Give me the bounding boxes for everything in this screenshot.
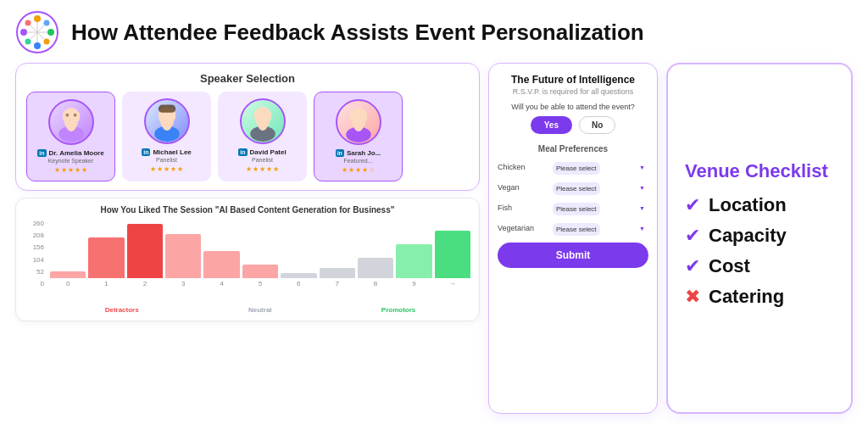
- avatar-3: [240, 98, 286, 144]
- speaker-stars-3: ★★★★★: [246, 165, 280, 173]
- legend-neutral: Neutral: [248, 306, 272, 314]
- speaker-item-2[interactable]: in Michael Lee Panelist ★★★★★: [122, 92, 211, 181]
- speaker-role-2: Panelist: [156, 157, 177, 163]
- svg-point-6: [44, 20, 50, 26]
- svg-point-27: [349, 108, 366, 125]
- bar-group: 4: [203, 251, 239, 287]
- meal-label-vegan: Vegan: [498, 183, 553, 192]
- content-area: Speaker Selection in: [15, 63, 853, 414]
- speaker-stars-1: ★★★★★: [54, 166, 88, 174]
- check-icon-cost: ✔: [685, 257, 700, 276]
- speaker-name-row-2: in Michael Lee: [142, 148, 192, 156]
- rsvp-yes-button[interactable]: Yes: [531, 116, 572, 134]
- bar-group: 2: [127, 224, 163, 287]
- speaker-name-1: Dr. Amelia Moore: [49, 149, 104, 157]
- meal-select-chicken[interactable]: Please select: [553, 162, 600, 175]
- venue-item-capacity: ✔ Capacity: [685, 225, 834, 247]
- legend-detractors: Detractors: [105, 306, 139, 314]
- speaker-name-2: Michael Lee: [153, 148, 191, 156]
- speaker-stars-4: ★★★★☆: [342, 166, 376, 174]
- venue-item-cost: ✔ Cost: [685, 255, 834, 277]
- meal-select-wrap-chicken: Please select: [553, 159, 648, 175]
- meal-label-fish: Fish: [498, 204, 553, 212]
- speaker-name-4: Sarah Jo...: [347, 149, 381, 157]
- speaker-selection-card: Speaker Selection in: [15, 63, 480, 191]
- speaker-role-1: Keynote Speaker: [48, 158, 94, 164]
- bar-group: 9: [396, 244, 431, 287]
- bar-x-label: 4: [220, 280, 223, 287]
- chart-bar: [242, 265, 278, 278]
- venue-card: Venue Checklist ✔ Location ✔ Capacity ✔ …: [666, 63, 853, 414]
- bar-group: 5: [242, 265, 278, 287]
- rsvp-title: The Future of Intelligence: [498, 74, 648, 86]
- speaker-item-4[interactable]: in Sarah Jo... Featured... ★★★★☆: [314, 92, 403, 181]
- bar-x-label: 2: [143, 280, 147, 287]
- meal-select-fish[interactable]: Please select: [553, 203, 600, 215]
- venue-title: Venue Checklist: [685, 160, 834, 182]
- legend-promotors: Promotors: [381, 306, 415, 314]
- venue-label-catering: Catering: [709, 286, 784, 308]
- chart-y-labels: 0 52 104 156 208 260: [25, 220, 47, 287]
- bar-group: 7: [320, 268, 355, 287]
- avatar-2: [144, 98, 190, 144]
- rsvp-question: Will you be able to attend the event?: [498, 103, 648, 111]
- rsvp-buttons: Yes No: [498, 116, 648, 134]
- speaker-item-3[interactable]: in David Patel Panelist ★★★★★: [218, 92, 307, 181]
- bar-x-label: 1: [104, 280, 108, 287]
- speaker-stars-2: ★★★★★: [150, 165, 184, 173]
- svg-point-16: [65, 114, 69, 117]
- venue-item-location: ✔ Location: [685, 194, 834, 216]
- meal-select-wrap-vegetarian: Please select: [553, 220, 648, 236]
- svg-rect-21: [158, 105, 175, 113]
- venue-label-capacity: Capacity: [709, 225, 787, 247]
- chart-bar: [203, 251, 239, 278]
- venue-column: Venue Checklist ✔ Location ✔ Capacity ✔ …: [666, 63, 853, 414]
- bar-x-label: 7: [335, 280, 338, 287]
- chart-wrap: 0 52 104 156 208 260 0123456789→: [25, 220, 470, 304]
- speaker-name-row-1: in Dr. Amelia Moore: [37, 149, 103, 157]
- venue-item-catering: ✖ Catering: [685, 286, 834, 308]
- logo-icon: [15, 10, 59, 54]
- chart-bar: [358, 258, 393, 278]
- check-icon-capacity: ✔: [685, 226, 700, 245]
- submit-button[interactable]: Submit: [498, 243, 648, 268]
- left-column: Speaker Selection in: [15, 63, 480, 414]
- page-header: How Attendee Feedback Assists Event Pers…: [15, 10, 853, 54]
- meal-section-title: Meal Preferences: [498, 144, 648, 153]
- venue-label-cost: Cost: [709, 255, 750, 277]
- venue-label-location: Location: [709, 194, 787, 216]
- svg-point-8: [44, 39, 50, 45]
- rsvp-subtitle: R.S.V.P. is required for all questions: [498, 87, 648, 96]
- bar-group: 1: [88, 237, 124, 287]
- bar-group: 3: [165, 234, 201, 287]
- chart-bar: [396, 244, 431, 278]
- speaker-card-title: Speaker Selection: [26, 72, 469, 85]
- bar-group: 0: [50, 271, 86, 287]
- meal-select-vegetarian[interactable]: Please select: [553, 223, 600, 236]
- svg-point-24: [253, 107, 270, 124]
- chart-bar: [281, 273, 316, 278]
- bar-x-label: 8: [374, 280, 377, 287]
- meal-row-vegan: Vegan Please select: [498, 179, 648, 195]
- avatar-1: [48, 99, 94, 145]
- meal-select-vegan[interactable]: Please select: [553, 182, 600, 195]
- meal-label-vegetarian: Vegetarian: [498, 224, 553, 232]
- y-label-104: 104: [25, 256, 47, 264]
- meal-select-wrap-fish: Please select: [553, 199, 648, 215]
- avatar-4: [336, 99, 381, 145]
- svg-point-17: [73, 114, 76, 117]
- rsvp-no-button[interactable]: No: [579, 116, 615, 134]
- bar-group: 6: [281, 273, 316, 287]
- bar-x-label: 5: [259, 280, 262, 287]
- speaker-item-1[interactable]: in Dr. Amelia Moore Keynote Speaker ★★★★…: [26, 92, 115, 181]
- y-label-208: 208: [25, 232, 47, 239]
- svg-point-2: [34, 42, 41, 49]
- check-icon-location: ✔: [685, 196, 700, 215]
- meal-label-chicken: Chicken: [498, 163, 553, 171]
- svg-point-15: [62, 108, 79, 125]
- chart-bar: [320, 268, 355, 278]
- speaker-name-row-4: in Sarah Jo...: [336, 149, 381, 157]
- speaker-role-3: Panelist: [252, 157, 273, 163]
- bar-x-label: 3: [181, 280, 185, 287]
- chart-legend: Detractors Neutral Promotors: [25, 306, 470, 314]
